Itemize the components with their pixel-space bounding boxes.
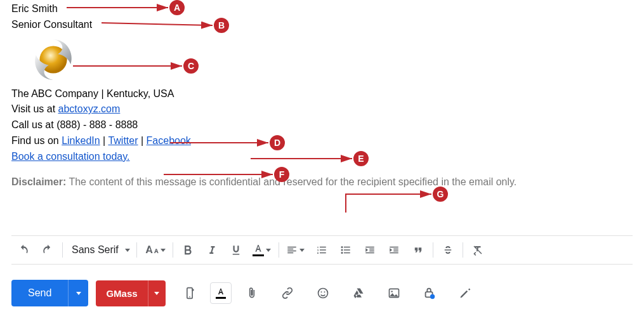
svg-point-14 bbox=[320, 291, 322, 292]
bullet-list-button[interactable] bbox=[334, 238, 358, 262]
company-logo bbox=[30, 37, 633, 82]
toolbar-divider bbox=[279, 242, 279, 258]
visit-line: Visit us at abctoxyz.com bbox=[11, 103, 633, 116]
insert-drive-button[interactable] bbox=[343, 280, 374, 306]
svg-point-9 bbox=[341, 252, 343, 254]
separator: | bbox=[100, 135, 108, 146]
underline-button[interactable] bbox=[224, 238, 248, 262]
find-label: Find us on bbox=[11, 135, 62, 146]
company-info: The ABC Company | Kentucky, USA bbox=[11, 88, 633, 101]
font-family-select[interactable]: Sans Serif bbox=[65, 244, 134, 256]
toolbar-divider bbox=[433, 242, 433, 258]
attach-file-button[interactable] bbox=[237, 280, 267, 306]
toolbar-divider bbox=[136, 242, 137, 258]
svg-point-7 bbox=[341, 246, 343, 248]
indent-more-button[interactable] bbox=[382, 238, 406, 262]
text-color-button[interactable] bbox=[248, 238, 276, 262]
redo-button[interactable] bbox=[36, 238, 60, 262]
toolbar-divider bbox=[463, 242, 463, 258]
toolbar-divider bbox=[173, 242, 173, 258]
chevron-down-icon bbox=[161, 249, 166, 252]
italic-button[interactable] bbox=[200, 238, 224, 262]
insert-link-button[interactable] bbox=[272, 280, 303, 306]
gmass-options-button[interactable] bbox=[148, 280, 166, 306]
chevron-down-icon bbox=[76, 292, 81, 295]
visit-label: Visit us at bbox=[11, 103, 58, 114]
numbered-list-button[interactable] bbox=[310, 238, 334, 262]
insert-photo-button[interactable] bbox=[379, 280, 409, 306]
disclaimer-label: Disclaimer: bbox=[11, 176, 66, 187]
svg-point-12 bbox=[192, 289, 194, 291]
gmass-phone-icon[interactable] bbox=[174, 280, 205, 306]
strikethrough-button[interactable] bbox=[436, 238, 460, 262]
chevron-down-icon bbox=[125, 249, 130, 252]
formatting-toolbar: Sans Serif bbox=[11, 235, 633, 265]
chevron-down-icon bbox=[266, 249, 271, 252]
bold-button[interactable] bbox=[176, 238, 200, 262]
disclaimer: Disclaimer: The content of this message … bbox=[11, 176, 633, 188]
insert-emoji-button[interactable] bbox=[308, 280, 338, 306]
send-options-button[interactable] bbox=[68, 280, 88, 306]
align-button[interactable] bbox=[282, 238, 310, 262]
facebook-link[interactable]: Facebook bbox=[147, 135, 191, 146]
compose-action-row: Send GMass bbox=[11, 280, 480, 306]
signature-title: Senior Consultant bbox=[11, 18, 633, 32]
svg-point-8 bbox=[341, 249, 343, 251]
send-button-group: Send bbox=[11, 280, 88, 306]
font-family-label: Sans Serif bbox=[72, 244, 119, 256]
svg-point-15 bbox=[324, 291, 325, 292]
svg-point-19 bbox=[430, 294, 434, 299]
twitter-link[interactable]: Twitter bbox=[108, 135, 138, 146]
toolbar-divider bbox=[62, 242, 63, 258]
signature-name: Eric Smith bbox=[11, 3, 633, 16]
linkedin-link[interactable]: LinkedIn bbox=[62, 135, 100, 146]
website-link[interactable]: abctoxyz.com bbox=[58, 103, 121, 114]
chevron-down-icon bbox=[299, 249, 305, 252]
svg-point-13 bbox=[318, 289, 327, 298]
annotation-badge-g: G bbox=[433, 187, 448, 202]
undo-button[interactable] bbox=[11, 238, 36, 262]
send-button[interactable]: Send bbox=[11, 280, 68, 306]
remove-formatting-button[interactable] bbox=[466, 238, 490, 262]
svg-point-11 bbox=[189, 296, 190, 298]
cta-link[interactable]: Book a consultation today. bbox=[11, 151, 130, 162]
font-size-button[interactable] bbox=[140, 238, 170, 262]
svg-point-17 bbox=[391, 291, 393, 292]
gmass-button-group: GMass bbox=[96, 280, 165, 306]
chevron-down-icon bbox=[154, 292, 159, 295]
gmass-button[interactable]: GMass bbox=[96, 280, 147, 306]
social-line: Find us on LinkedIn | Twitter | Facebook bbox=[11, 134, 633, 148]
indent-less-button[interactable] bbox=[358, 238, 382, 262]
separator: | bbox=[138, 135, 147, 146]
insert-signature-button[interactable] bbox=[450, 280, 480, 306]
quote-button[interactable] bbox=[406, 238, 430, 262]
disclaimer-text: The content of this message is confident… bbox=[66, 176, 516, 187]
formatting-options-button[interactable] bbox=[210, 282, 232, 304]
phone-line: Call us at (888) - 888 - 8888 bbox=[11, 119, 633, 132]
confidential-mode-button[interactable] bbox=[414, 280, 445, 306]
